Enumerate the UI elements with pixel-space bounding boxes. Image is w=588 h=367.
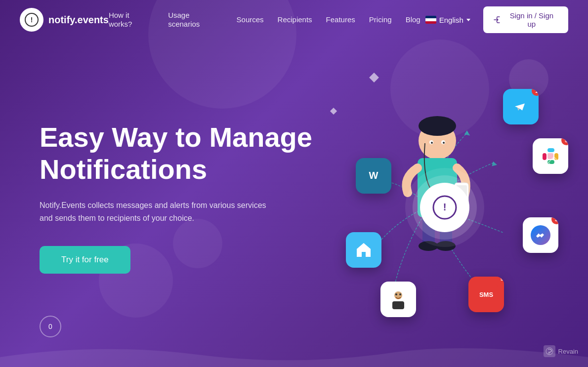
signin-label: Sign in / Sign up bbox=[505, 11, 558, 28]
jenkins-icon bbox=[380, 282, 416, 317]
try-free-button[interactable]: Try it for free bbox=[40, 246, 130, 274]
language-selector[interactable]: English bbox=[420, 13, 475, 27]
svg-point-37 bbox=[395, 293, 397, 295]
bottom-wave bbox=[0, 337, 588, 367]
logo-text: notify.events bbox=[48, 14, 109, 26]
messenger-icon: 3 bbox=[523, 217, 558, 253]
svg-point-17 bbox=[431, 142, 433, 144]
svg-point-38 bbox=[399, 293, 401, 295]
messenger-badge: 3 bbox=[551, 217, 558, 224]
svg-rect-36 bbox=[392, 301, 404, 309]
language-label: English bbox=[439, 16, 463, 24]
slack-badge: 5 bbox=[561, 138, 568, 145]
nav-features[interactable]: Features bbox=[326, 15, 355, 24]
svg-text:!: ! bbox=[443, 202, 447, 212]
hero-illustration: ! 1 5 bbox=[306, 59, 568, 336]
svg-point-18 bbox=[443, 142, 445, 144]
telegram-badge: 1 bbox=[532, 89, 539, 96]
nav-links: How it works? Usage scenarios Sources Re… bbox=[109, 11, 420, 29]
svg-point-7 bbox=[419, 116, 456, 136]
svg-rect-31 bbox=[362, 252, 366, 257]
logo[interactable]: ! notify.events bbox=[20, 8, 109, 32]
sms-badge: 5 bbox=[497, 277, 504, 284]
svg-point-13 bbox=[419, 241, 438, 251]
hero-content: Easy Way to Manage Notifications Notify.… bbox=[40, 122, 316, 274]
chevron-down-icon bbox=[466, 19, 470, 21]
revain-label: Revain bbox=[558, 348, 578, 355]
sms-icon: 5 SMS bbox=[468, 277, 504, 312]
svg-rect-22 bbox=[543, 153, 546, 160]
nav-how-it-works[interactable]: How it works? bbox=[109, 11, 132, 28]
nav-recipients[interactable]: Recipients bbox=[278, 15, 312, 24]
diamond-decoration-1 bbox=[369, 73, 379, 82]
svg-text:SMS: SMS bbox=[479, 291, 494, 298]
hero-section: Easy Way to Manage Notifications Notify.… bbox=[0, 40, 588, 336]
slack-icon: 5 bbox=[533, 138, 568, 174]
logo-icon: ! bbox=[20, 8, 43, 32]
page-wrapper: ! notify.events How it works? Usage scen… bbox=[0, 0, 588, 367]
nav-pricing[interactable]: Pricing bbox=[369, 15, 392, 24]
hero-description: Notify.Events collects messages and aler… bbox=[40, 199, 277, 225]
home-assistant-icon bbox=[346, 232, 381, 268]
svg-text:W: W bbox=[369, 170, 378, 181]
diamond-decoration-2 bbox=[330, 108, 337, 115]
revain-badge: Revain bbox=[544, 345, 578, 357]
nav-sources[interactable]: Sources bbox=[237, 15, 264, 24]
navbar: ! notify.events How it works? Usage scen… bbox=[0, 0, 588, 40]
svg-marker-3 bbox=[492, 162, 497, 166]
signin-icon bbox=[493, 16, 501, 24]
nav-blog[interactable]: Blog bbox=[406, 15, 420, 24]
center-notification-circle: ! bbox=[420, 183, 469, 232]
telegram-icon: 1 bbox=[503, 89, 539, 124]
wordpress-icon: W bbox=[356, 158, 391, 194]
svg-text:!: ! bbox=[31, 16, 33, 24]
hero-title: Easy Way to Manage Notifications bbox=[40, 122, 316, 185]
svg-point-39 bbox=[546, 348, 553, 355]
nav-usage-scenarios[interactable]: Usage scenarios bbox=[168, 11, 200, 28]
nav-right: English Sign in / Sign up bbox=[420, 6, 568, 33]
signin-button[interactable]: Sign in / Sign up bbox=[483, 6, 568, 33]
svg-rect-23 bbox=[547, 148, 554, 152]
revain-icon bbox=[544, 345, 555, 357]
flag-icon bbox=[425, 16, 436, 24]
svg-point-14 bbox=[436, 241, 456, 251]
